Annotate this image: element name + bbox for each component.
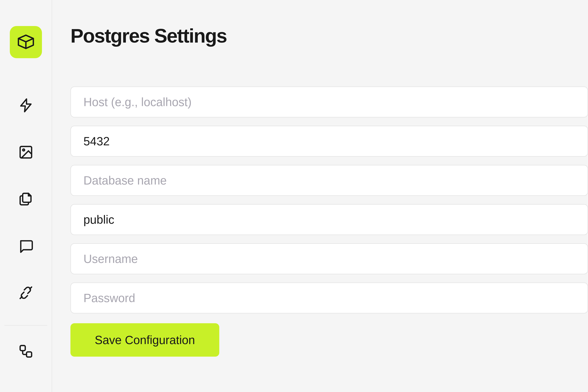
nav-item-workflow[interactable] [18, 344, 34, 359]
nav-item-chat[interactable] [18, 238, 34, 254]
page-title: Postgres Settings [70, 24, 588, 47]
database-input[interactable] [70, 165, 588, 196]
svg-rect-3 [26, 352, 32, 357]
sidebar [0, 0, 52, 392]
nav-item-media[interactable] [18, 145, 34, 160]
port-input[interactable] [70, 126, 588, 157]
chat-icon [18, 238, 34, 254]
username-input[interactable] [70, 243, 588, 274]
settings-form: Save Configuration [70, 86, 588, 357]
save-button[interactable]: Save Configuration [70, 323, 219, 357]
schema-input[interactable] [70, 204, 588, 235]
image-icon [18, 144, 34, 160]
nav-item-files[interactable] [18, 192, 34, 207]
nav-item-actions[interactable] [18, 98, 34, 113]
nav-items [18, 98, 34, 301]
copy-icon [18, 192, 34, 207]
app-logo[interactable] [10, 26, 42, 58]
svg-point-1 [23, 149, 25, 151]
password-input[interactable] [70, 282, 588, 314]
svg-rect-2 [20, 346, 25, 351]
sidebar-divider [4, 325, 47, 326]
main-content: Postgres Settings Save Configuration [52, 0, 588, 392]
nav-item-integrations[interactable] [18, 286, 34, 301]
bolt-icon [18, 98, 34, 114]
workflow-icon [18, 344, 34, 360]
plug-icon [18, 285, 34, 301]
cube-icon [16, 32, 36, 52]
host-input[interactable] [70, 86, 588, 118]
